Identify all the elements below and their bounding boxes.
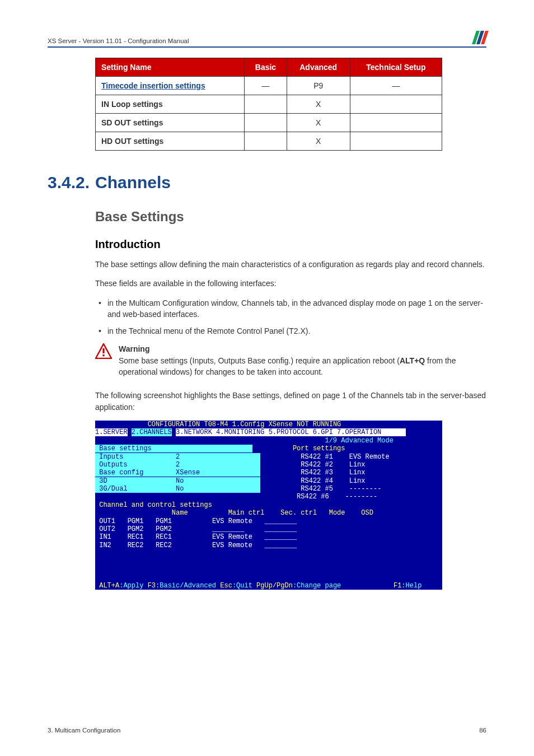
section-title: Channels bbox=[95, 173, 486, 192]
subsubsection-title: Introduction bbox=[95, 238, 486, 251]
th-technical: Technical Setup bbox=[350, 58, 442, 77]
intro-para-1: The base settings allow defining the mai… bbox=[95, 259, 486, 270]
section-number: 3.4.2. bbox=[48, 173, 95, 192]
terminal-screenshot: CONFIGURATION T08-M4 1.Config XSense NOT… bbox=[95, 421, 442, 590]
bullet-list: in the Multicam Configuration window, Ch… bbox=[95, 297, 486, 337]
svg-rect-1 bbox=[102, 348, 104, 353]
table-row: Timecode insertion settings — P9 — bbox=[96, 77, 442, 95]
settings-table: Setting Name Basic Advanced Technical Se… bbox=[95, 58, 442, 151]
warning-box: Warning Some base settings (Inputs, Outp… bbox=[95, 343, 486, 377]
screenshot-intro: The following screenshot highlights the … bbox=[95, 390, 486, 413]
page-footer: 3. Multicam Configuration 86 bbox=[48, 727, 486, 734]
header-text: XS Server - Version 11.01 - Configuratio… bbox=[48, 38, 189, 44]
footer-left: 3. Multicam Configuration bbox=[48, 727, 120, 734]
section-heading: 3.4.2. Channels bbox=[48, 173, 486, 192]
subsection-title: Base Settings bbox=[95, 209, 486, 225]
table-row: SD OUT settings X bbox=[96, 114, 442, 132]
th-advanced: Advanced bbox=[287, 58, 350, 77]
table-row: HD OUT settings X bbox=[96, 132, 442, 151]
table-row: IN Loop settings X bbox=[96, 95, 442, 114]
list-item: in the Multicam Configuration window, Ch… bbox=[95, 297, 486, 320]
page-header: XS Server - Version 11.01 - Configuratio… bbox=[48, 31, 486, 48]
warning-icon bbox=[95, 343, 112, 377]
svg-rect-2 bbox=[102, 354, 104, 356]
warning-label: Warning bbox=[119, 344, 149, 353]
list-item: in the Technical menu of the Remote Cont… bbox=[95, 325, 486, 337]
timecode-link[interactable]: Timecode insertion settings bbox=[101, 81, 205, 90]
evs-logo bbox=[474, 31, 486, 44]
intro-para-2: These fields are available in the follow… bbox=[95, 278, 486, 289]
th-basic: Basic bbox=[245, 58, 287, 77]
footer-page: 86 bbox=[479, 727, 486, 734]
th-setting-name: Setting Name bbox=[96, 58, 245, 77]
warning-body: Some base settings (Inputs, Outputs Base… bbox=[119, 356, 456, 376]
